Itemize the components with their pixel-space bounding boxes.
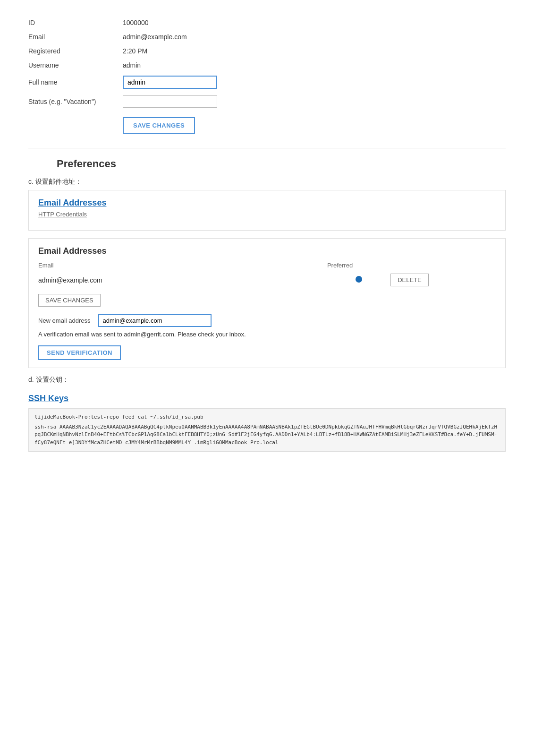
label-username: Username — [28, 61, 123, 69]
label-status: Status (e.g. "Vacation") — [28, 98, 123, 105]
ssh-key-box: lijideMacBook-Pro:test-repo feed cat ~/.… — [28, 408, 506, 452]
save-email-button[interactable]: SAVE CHANGES — [38, 294, 101, 307]
email-cell: admin@example.com — [38, 271, 215, 289]
email-card-link[interactable]: Email Addresses — [38, 198, 496, 208]
col-email-header: Email — [38, 262, 215, 271]
col-preferred-header: Preferred — [215, 262, 390, 271]
status-input[interactable] — [123, 95, 217, 108]
ssh-keys-title[interactable]: SSH Keys — [28, 394, 506, 404]
email-table: Email Preferred admin@example.com DELETE — [38, 262, 496, 289]
divider-1 — [28, 148, 506, 148]
section-d-label: d. 设置公钥： — [28, 376, 506, 384]
field-registered: Registered 2:20 PM — [28, 47, 506, 55]
label-registered: Registered — [28, 47, 123, 55]
profile-section: ID 1000000 Email admin@example.com Regis… — [28, 19, 506, 134]
new-email-row: New email address — [38, 314, 496, 327]
email-card-collapsed: Email Addresses HTTP Credentials — [28, 190, 506, 231]
email-addresses-section: Email Addresses Email Preferred admin@ex… — [28, 238, 506, 368]
label-email: Email — [28, 33, 123, 41]
ssh-key-content: ssh-rsa AAAAB3NzaC1yc2EAAAADAQABAAABgQC4… — [34, 423, 500, 447]
send-verification-button[interactable]: SEND VERIFICATION — [38, 345, 121, 360]
value-registered: 2:20 PM — [123, 47, 147, 55]
label-id: ID — [28, 19, 123, 26]
section-c-label: c. 设置邮件地址： — [28, 178, 506, 186]
field-id: ID 1000000 — [28, 19, 506, 26]
value-email: admin@example.com — [123, 33, 187, 41]
new-email-input[interactable] — [98, 314, 212, 327]
verification-message: A verification email was sent to admin@g… — [38, 331, 496, 338]
field-username: Username admin — [28, 61, 506, 69]
save-changes-button[interactable]: SAVE CHANGES — [123, 117, 195, 134]
field-email: Email admin@example.com — [28, 33, 506, 41]
label-fullname: Full name — [28, 78, 123, 86]
email-row: admin@example.com DELETE — [38, 271, 496, 289]
value-username: admin — [123, 61, 141, 69]
preferences-title: Preferences — [57, 158, 506, 170]
http-credentials-link[interactable]: HTTP Credentials — [38, 211, 496, 218]
ssh-key-cmd: lijideMacBook-Pro:test-repo feed cat ~/.… — [34, 413, 500, 421]
email-section-title: Email Addresses — [38, 246, 496, 256]
delete-email-button[interactable]: DELETE — [390, 274, 429, 286]
field-fullname: Full name — [28, 76, 506, 89]
preferred-indicator — [356, 276, 362, 283]
ssh-section: SSH Keys lijideMacBook-Pro:test-repo fee… — [28, 394, 506, 452]
new-email-label: New email address — [38, 317, 91, 324]
field-status: Status (e.g. "Vacation") — [28, 95, 506, 108]
fullname-input[interactable] — [123, 76, 217, 89]
value-id: 1000000 — [123, 19, 149, 26]
